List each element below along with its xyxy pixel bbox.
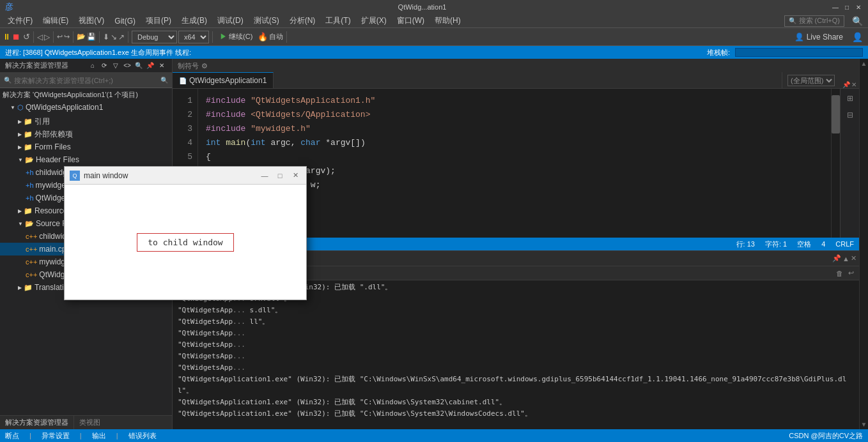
scroll-down-btn[interactable]: ▼ xyxy=(861,421,867,428)
sidebar-project[interactable]: ▼ ⬡ QtWidgetsApplication1 xyxy=(0,101,172,114)
to-child-window-button[interactable]: to child window xyxy=(173,233,234,238)
toolbar: ⏸ ⏹ ↺ ◁ ▷ ↩ ↪ 📂 💾 ⬇ ↘ ↗ Debug Release x6… xyxy=(0,28,868,46)
toolbar-btn-pause[interactable]: ⏸ xyxy=(3,32,11,42)
sidebar-icon-filter[interactable]: ▽ xyxy=(111,61,121,71)
menu-debug[interactable]: 调试(D) xyxy=(212,14,249,27)
toolbar-sep-4 xyxy=(99,31,100,43)
sidebar-icon-code[interactable]: <> xyxy=(122,61,132,71)
toolbar-step-into[interactable]: ↘ xyxy=(111,33,117,42)
float-titlebar: Q main window — □ ✕ xyxy=(173,167,306,185)
cpp-icon-4: c++ xyxy=(26,271,37,278)
float-close-btn[interactable]: ✕ xyxy=(290,170,301,181)
debug-btn-2[interactable]: ⊟ xyxy=(843,108,857,122)
menu-window[interactable]: 窗口(W) xyxy=(392,14,430,27)
menu-tools[interactable]: 工具(T) xyxy=(320,14,355,27)
toolbar-btn-redo[interactable]: ↪ xyxy=(64,33,70,41)
sidebar-search-input[interactable] xyxy=(14,77,158,84)
stack-label: 堆栈帧: xyxy=(707,48,730,57)
search-placeholder[interactable]: 搜索 (Ctrl+Q) xyxy=(799,16,840,26)
menu-build[interactable]: 生成(B) xyxy=(176,14,212,27)
toolbar-step-over[interactable]: ⬇ xyxy=(103,33,109,42)
menu-edit[interactable]: 编辑(E) xyxy=(38,14,74,27)
close-button[interactable]: ✕ xyxy=(854,3,863,11)
sidebar-search[interactable]: 🔍 🔍 xyxy=(0,73,172,88)
menu-help[interactable]: 帮助(H) xyxy=(430,14,466,27)
share-icon: 👤 xyxy=(794,33,804,42)
menu-view[interactable]: 视图(V) xyxy=(74,14,109,27)
output-line-5: "QtWidgetsApp... xyxy=(178,328,854,339)
symbol-panel: 制符号 ⚙ xyxy=(173,59,859,73)
output-close-btn[interactable]: ✕ xyxy=(851,254,856,263)
sidebar-item-form-files[interactable]: ▶ 📁 Form Files xyxy=(0,141,172,153)
sidebar-icon-refresh[interactable]: ⟳ xyxy=(99,61,109,71)
toolbar-btn-undo[interactable]: ↩ xyxy=(57,33,63,41)
menu-test[interactable]: 测试(S) xyxy=(249,14,284,27)
search-btn[interactable]: 🔍 xyxy=(849,16,865,26)
toolbar-btn-fwd[interactable]: ▷ xyxy=(44,33,50,42)
main-scrollbar[interactable]: ▲ ▼ xyxy=(859,59,868,429)
toolbar-sep-5 xyxy=(128,31,128,43)
menu-project[interactable]: 项目(P) xyxy=(141,14,176,27)
minimize-button[interactable]: — xyxy=(831,3,840,11)
maximize-button[interactable]: □ xyxy=(842,3,851,11)
toolbar-btn-back[interactable]: ◁ xyxy=(37,33,43,42)
res-expand-icon: ▶ xyxy=(18,208,22,214)
ext-expand-icon: ▶ xyxy=(18,132,22,137)
csdn-attribution: CSDN @阿吉的CV之路 xyxy=(789,431,863,441)
status-output[interactable]: 输出 xyxy=(92,431,106,441)
float-minimize-btn[interactable]: — xyxy=(259,170,270,181)
sidebar-search-btn[interactable]: 🔍 xyxy=(160,77,168,84)
editor-tab-active[interactable]: 📄 QtWidgetsApplication1 xyxy=(173,72,274,88)
sidebar-item-external-deps[interactable]: ▶ 📁 外部依赖项 xyxy=(0,128,172,141)
editor-area: 制符号 ⚙ 📄 QtWidgetsApplication1 (全局范围) 📌 ✕ xyxy=(173,59,859,429)
toolbar-btn-stop[interactable]: ⏹ xyxy=(12,32,20,42)
scope-selector[interactable]: (全局范围) xyxy=(787,75,835,86)
debug-btn-1[interactable]: ⊞ xyxy=(843,91,857,105)
output-pin-btn[interactable]: 📌 xyxy=(832,254,841,263)
tab-solution-explorer[interactable]: 解决方案资源管理器 xyxy=(0,416,74,429)
toolbar-btn-open[interactable]: 📂 xyxy=(77,33,86,41)
tab-label: QtWidgetsApplication1 xyxy=(189,76,267,85)
right-debug-panel: ⊞ ⊟ xyxy=(840,89,859,238)
menu-extend[interactable]: 扩展(X) xyxy=(356,14,392,27)
menu-file[interactable]: 文件(F) xyxy=(3,14,38,27)
output-line-9: "QtWidgetsApplication1.exe" (Win32): 已加载… xyxy=(178,374,854,397)
bottom-right: CSDN @阿吉的CV之路 xyxy=(789,431,863,441)
symbol-gear-icon[interactable]: ⚙ xyxy=(201,62,208,70)
platform-dropdown[interactable]: x64 x86 xyxy=(178,31,209,43)
tab-pin-btn[interactable]: 📌 xyxy=(842,81,850,88)
editor-scrollbar[interactable] xyxy=(831,89,840,238)
src-expand-icon: ▼ xyxy=(18,221,23,227)
tab-class-view[interactable]: 类视图 xyxy=(74,416,105,429)
menu-git[interactable]: Git(G) xyxy=(109,15,141,27)
output-wrap-btn[interactable]: ↩ xyxy=(848,269,854,277)
scroll-up-btn[interactable]: ▲ xyxy=(861,60,867,67)
toolbar-btn-restart[interactable]: ↺ xyxy=(23,32,30,42)
toolbar-btn-save[interactable]: 💾 xyxy=(87,33,96,41)
solution-text: 解决方案 'QtWidgetsApplication1'(1 个项目) xyxy=(3,90,138,100)
sidebar-item-header-files[interactable]: ▼ 📂 Header Files xyxy=(0,153,172,166)
status-exception-settings[interactable]: 异常设置 xyxy=(42,431,70,441)
form-expand-icon: ▶ xyxy=(18,144,22,150)
menu-analyze[interactable]: 分析(N) xyxy=(284,14,321,27)
sidebar-item-references[interactable]: ▶ 📁 引用 xyxy=(0,115,172,128)
output-content[interactable]: "QtWidgetsApplication1.exe" (Win32): 已加载… xyxy=(173,280,859,429)
toolbar-step-out[interactable]: ↗ xyxy=(118,33,125,42)
toolbar-right-icon: 👤 xyxy=(849,32,865,42)
live-share-button[interactable]: 👤 Live Share xyxy=(789,31,848,43)
sidebar-icon-search[interactable]: 🔍 xyxy=(134,61,144,71)
status-error-list[interactable]: 错误列表 xyxy=(128,431,157,441)
sidebar-icon-home[interactable]: ⌂ xyxy=(88,61,98,71)
sidebar-pin[interactable]: 📌 xyxy=(145,61,155,71)
float-maximize-btn[interactable]: □ xyxy=(274,170,286,181)
res-folder-icon: 📁 xyxy=(24,207,33,215)
status-breakpoints[interactable]: 断点 xyxy=(5,431,19,441)
ref-expand-icon: ▶ xyxy=(18,119,22,125)
sidebar-close[interactable]: ✕ xyxy=(157,61,167,71)
output-clear-btn[interactable]: 🗑 xyxy=(836,270,843,277)
tab-close-btn[interactable]: ✕ xyxy=(851,81,856,88)
debug-config-dropdown[interactable]: Debug Release xyxy=(132,31,177,43)
toolbar-sep-3 xyxy=(73,31,74,43)
output-expand-btn[interactable]: ▲ xyxy=(842,255,849,263)
continue-button[interactable]: ▶ 继续(C) xyxy=(216,31,256,43)
